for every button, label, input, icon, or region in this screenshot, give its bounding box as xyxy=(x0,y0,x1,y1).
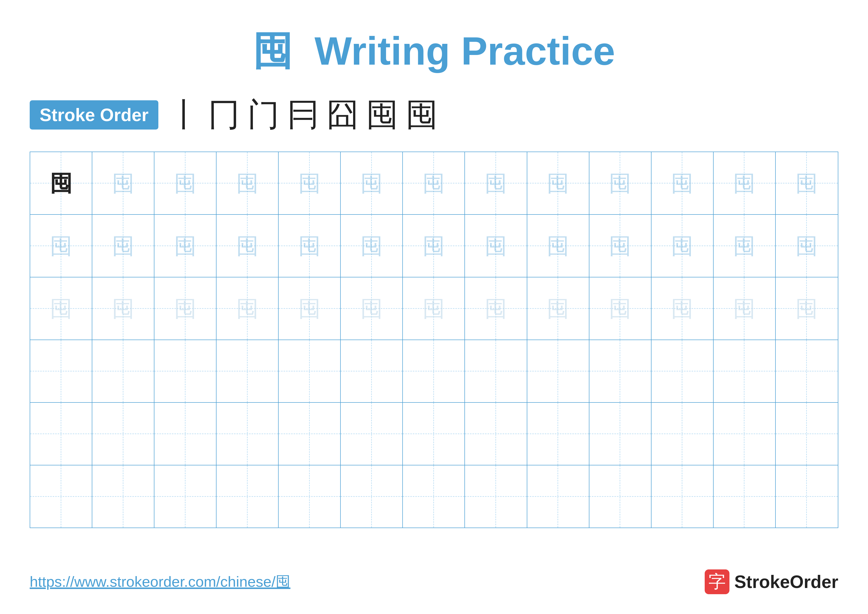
grid-cell[interactable] xyxy=(341,403,403,465)
grid-cell[interactable] xyxy=(279,340,341,402)
grid-cell[interactable]: 囤 xyxy=(776,277,838,340)
grid-cell[interactable] xyxy=(651,403,714,465)
grid-cell[interactable]: 囤 xyxy=(217,215,279,277)
practice-char-guide: 囤 xyxy=(609,172,631,194)
grid-cell[interactable]: 囤 xyxy=(403,277,465,340)
grid-cell[interactable]: 囤 xyxy=(279,215,341,277)
grid-cell[interactable]: 囤 xyxy=(217,277,279,340)
grid-cell[interactable]: 囤 xyxy=(465,215,527,277)
grid-cell[interactable] xyxy=(217,403,279,465)
practice-char-guide: 囤 xyxy=(298,172,321,194)
grid-cell[interactable]: 囤 xyxy=(776,215,838,277)
grid-cell[interactable] xyxy=(589,403,651,465)
grid-cell[interactable]: 囤 xyxy=(341,215,403,277)
grid-cell[interactable] xyxy=(154,340,217,402)
grid-cell[interactable]: 囤 xyxy=(279,277,341,340)
grid-cell[interactable]: 囤 xyxy=(217,152,279,214)
practice-char-faint: 囤 xyxy=(236,297,259,320)
grid-cell[interactable]: 囤 xyxy=(776,152,838,214)
grid-cell[interactable]: 囤 xyxy=(589,152,651,214)
grid-cell[interactable]: 囤 xyxy=(714,152,776,214)
grid-cell[interactable] xyxy=(92,340,154,402)
grid-row-3: 囤 囤 囤 囤 囤 囤 囤 囤 囤 xyxy=(30,277,838,340)
grid-cell[interactable] xyxy=(776,340,838,402)
grid-cell[interactable] xyxy=(527,465,589,528)
grid-cell[interactable]: 囤 xyxy=(92,152,154,214)
grid-cell[interactable] xyxy=(279,403,341,465)
practice-char-guide: 囤 xyxy=(485,172,507,194)
grid-cell[interactable]: 囤 xyxy=(154,277,217,340)
grid-cell[interactable]: 囤 xyxy=(279,152,341,214)
practice-char-faint: 囤 xyxy=(609,297,631,320)
grid-cell[interactable]: 囤 xyxy=(30,152,92,214)
grid-cell[interactable] xyxy=(403,465,465,528)
grid-cell[interactable] xyxy=(465,340,527,402)
grid-cell[interactable]: 囤 xyxy=(465,277,527,340)
grid-cell[interactable]: 囤 xyxy=(527,215,589,277)
grid-cell[interactable] xyxy=(154,465,217,528)
grid-cell[interactable]: 囤 xyxy=(714,277,776,340)
grid-row-5 xyxy=(30,403,838,465)
footer-url[interactable]: https://www.strokeorder.com/chinese/囤 xyxy=(30,572,290,592)
grid-cell[interactable] xyxy=(589,340,651,402)
grid-cell[interactable]: 囤 xyxy=(527,152,589,214)
grid-cell[interactable]: 囤 xyxy=(154,152,217,214)
grid-cell[interactable] xyxy=(30,340,92,402)
practice-char-guide: 囤 xyxy=(547,235,569,257)
practice-char-guide: 囤 xyxy=(423,172,445,194)
page-title: 囤 Writing Practice xyxy=(253,29,615,73)
stroke-1: 丨 xyxy=(168,93,200,137)
title-area: 囤 Writing Practice xyxy=(30,25,838,78)
grid-cell[interactable] xyxy=(465,403,527,465)
grid-cell[interactable] xyxy=(92,403,154,465)
grid-cell[interactable] xyxy=(217,465,279,528)
grid-cell[interactable]: 囤 xyxy=(651,277,714,340)
grid-cell[interactable] xyxy=(776,465,838,528)
stroke-7: 囤 xyxy=(406,93,438,137)
grid-cell[interactable] xyxy=(92,465,154,528)
grid-cell[interactable] xyxy=(589,465,651,528)
grid-cell[interactable]: 囤 xyxy=(651,215,714,277)
grid-cell[interactable]: 囤 xyxy=(589,277,651,340)
grid-cell[interactable]: 囤 xyxy=(589,215,651,277)
practice-char-faint: 囤 xyxy=(298,297,321,320)
grid-cell[interactable]: 囤 xyxy=(154,215,217,277)
grid-cell[interactable] xyxy=(403,340,465,402)
grid-cell[interactable] xyxy=(341,465,403,528)
grid-cell[interactable] xyxy=(279,465,341,528)
brand-icon: 字 xyxy=(705,569,729,594)
grid-cell[interactable]: 囤 xyxy=(527,277,589,340)
grid-cell[interactable] xyxy=(527,340,589,402)
grid-cell[interactable]: 囤 xyxy=(341,277,403,340)
title-label: Writing Practice xyxy=(315,29,615,73)
grid-cell[interactable]: 囤 xyxy=(92,215,154,277)
grid-cell[interactable]: 囤 xyxy=(30,277,92,340)
grid-cell[interactable] xyxy=(651,465,714,528)
grid-cell[interactable] xyxy=(776,403,838,465)
stroke-5: 囧 xyxy=(327,93,359,137)
stroke-order-section: Stroke Order 丨 冂 门 冃 囧 囤 囤 xyxy=(30,93,838,137)
grid-cell[interactable] xyxy=(403,403,465,465)
grid-cell[interactable] xyxy=(217,340,279,402)
grid-cell[interactable] xyxy=(714,403,776,465)
grid-cell[interactable]: 囤 xyxy=(465,152,527,214)
grid-cell[interactable]: 囤 xyxy=(714,215,776,277)
grid-cell[interactable] xyxy=(527,403,589,465)
grid-cell[interactable] xyxy=(341,340,403,402)
grid-cell[interactable] xyxy=(714,465,776,528)
grid-cell[interactable] xyxy=(154,403,217,465)
grid-cell[interactable]: 囤 xyxy=(403,152,465,214)
grid-cell[interactable] xyxy=(651,340,714,402)
grid-cell[interactable] xyxy=(465,465,527,528)
grid-cell[interactable]: 囤 xyxy=(403,215,465,277)
grid-cell[interactable]: 囤 xyxy=(92,277,154,340)
grid-cell[interactable] xyxy=(714,340,776,402)
practice-char-faint: 囤 xyxy=(174,297,197,320)
grid-cell[interactable] xyxy=(30,403,92,465)
practice-char-faint: 囤 xyxy=(733,297,755,320)
grid-cell[interactable] xyxy=(30,465,92,528)
practice-char-guide: 囤 xyxy=(361,235,383,257)
grid-cell[interactable]: 囤 xyxy=(341,152,403,214)
grid-cell[interactable]: 囤 xyxy=(30,215,92,277)
grid-cell[interactable]: 囤 xyxy=(651,152,714,214)
